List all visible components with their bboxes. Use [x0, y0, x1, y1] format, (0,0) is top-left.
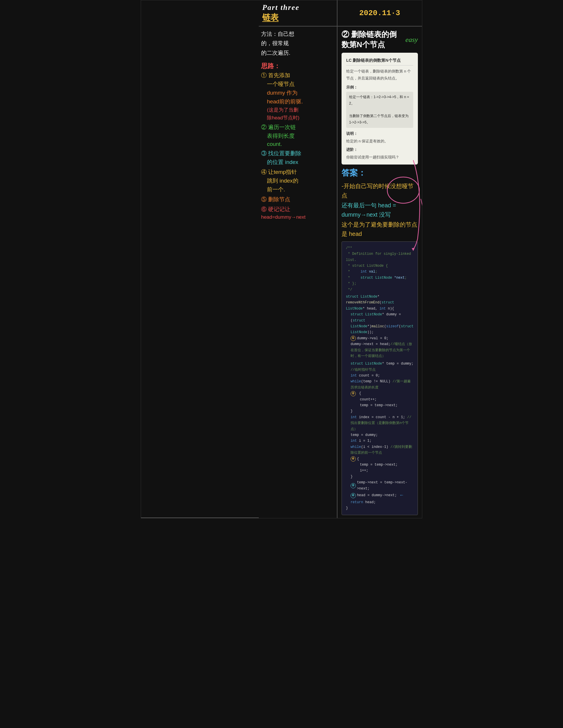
code-line-19: ⑥ head = dummy->next; ←: [346, 492, 414, 499]
lc-hint-label: 进阶：: [346, 146, 413, 153]
step-3: ③ 找位置要删除: [261, 150, 335, 157]
step-note2: 除head节点时): [261, 114, 335, 121]
method-text: 方法：自己想 的，很常规 的二次遍历.: [261, 29, 335, 58]
code-line-8: temp = temp->next;: [346, 402, 414, 408]
step-5: ⑤ 删除节点: [261, 196, 335, 203]
sidebar: 方法：自己想 的，很常规 的二次遍历. 思路： ① 首先添加 一个哑节点 dum…: [259, 26, 338, 518]
step-note1: (这是为了当删: [261, 107, 335, 113]
code-line-13: while(i < index-1) //跳转到要删除位置的前一个节点: [346, 444, 414, 456]
step-dummy2: head前的前驱.: [261, 98, 335, 105]
code-comment-3: * struct ListNode {: [346, 263, 414, 269]
step-2b: 表得到长度: [261, 132, 335, 140]
lc-example-label: 示例：: [346, 84, 413, 91]
answer-title: 答案：: [342, 167, 418, 179]
code-line-14: ④ {: [346, 456, 414, 462]
code-comment-4: * int val;: [346, 269, 414, 275]
code-line-2b: dummy->next = head;//哑结点（放在首位，保证当要删除的节点为…: [346, 341, 414, 359]
step-6b: head=dummy→next: [261, 214, 335, 220]
step-dummy1: dummy 作为: [261, 89, 335, 97]
header-row: [141, 0, 259, 518]
code-line-11: temp = dummy;: [346, 432, 414, 438]
step-6: ⑥ 硬记记让: [261, 206, 335, 213]
code-line-18: ⑤ temp->next = temp->next->next;: [346, 480, 414, 492]
code-line-15: temp = temp->next;: [346, 462, 414, 468]
step-4: ④ 让temp指针: [261, 168, 335, 176]
problem-title: ② 删除链表的倒数第N个节点 easy: [342, 29, 418, 50]
step-4c: 前一个.: [261, 186, 335, 193]
code-line-3: struct ListNode* temp = dummy; //临时指针节点: [346, 361, 414, 373]
code-line-12: int i = 1;: [346, 438, 414, 444]
lc-note: 给定的 n 保证是有效的。: [346, 138, 413, 144]
code-comment-1: /**: [346, 245, 414, 251]
code-line-5: while(temp != NULL) //第一趟遍历求出链表的长度: [346, 379, 414, 390]
code-line-20: return head;: [346, 499, 414, 505]
code-func-sig: struct ListNode* removeNthFromEnd(struct…: [346, 294, 414, 312]
lc-example-box: 给定一个链表：1->2->3->4->5，和 n = 2。 当删除了倒数第二个节…: [346, 92, 413, 128]
lc-desc: 给定一个链表，删除链表的倒数第 n 个节点，并且返回链表的头结点。: [346, 68, 413, 82]
code-comment-5: * struct ListNode *next;: [346, 275, 414, 281]
code-closing-brace: }: [346, 505, 414, 511]
code-box: /** * Definition for singly-linked list.…: [342, 241, 418, 515]
note-line-3: 这个是为了避免要删除的节点是 head: [342, 220, 418, 238]
code-anno-1: ① dummy->val = 0;: [346, 335, 414, 341]
step-3b: 的位置 index: [261, 158, 335, 166]
lc-hint: 你能尝试使用一趟扫描实现吗？: [346, 154, 413, 160]
code-line-1: struct ListNode* dummy = (struct ListNod…: [346, 312, 414, 335]
code-comment-6: * };: [346, 281, 414, 287]
title-en: Part three: [262, 3, 334, 12]
lc-note-label: 说明：: [346, 130, 413, 137]
note-line-2: 还有最后一句 head = dummy→next 没写: [342, 201, 418, 219]
steps-title: 思路：: [261, 62, 335, 70]
title-cn: 链表: [262, 12, 334, 23]
difficulty-badge: easy: [405, 36, 418, 44]
code-line-9: }: [346, 408, 414, 414]
code-line-17: }: [346, 474, 414, 480]
code-line-7: count++;: [346, 397, 414, 402]
lc-problem-box: LC 删除链表的倒数第N个节点 给定一个链表，删除链表的倒数第 n 个节点，并且…: [342, 53, 418, 165]
code-line-6: ② {: [346, 390, 414, 396]
code-line-16: i++;: [346, 468, 414, 473]
answer-notes: -开始自己写的时候没想哑节点 还有最后一句 head = dummy→next …: [342, 181, 418, 238]
problem-title-text: ② 删除链表的倒数第N个节点: [342, 29, 402, 50]
step-2c: count.: [261, 141, 335, 147]
code-line-10: int index = count - n + 1; //找出要删除位置（是删除…: [346, 414, 414, 432]
step-2: ② 遍历一次链: [261, 123, 335, 131]
note-line-1: -开始自己写的时候没想哑节点: [342, 181, 418, 200]
sidebar-header: Part three 链表: [259, 0, 338, 26]
code-line-4: int count = 0;: [346, 373, 414, 379]
code-comment-7: */: [346, 287, 414, 293]
code-comment-2: * Definition for singly-linked list.: [346, 251, 414, 263]
date-label: 2020.11·3: [359, 9, 400, 17]
step-4b: 跳到 index的: [261, 177, 335, 185]
main-content: ② 删除链表的倒数第N个节点 easy LC 删除链表的倒数第N个节点 给定一个…: [338, 26, 422, 518]
step-1: ① 首先添加: [261, 72, 335, 79]
lc-box-title: LC 删除链表的倒数第N个节点: [346, 57, 413, 66]
header-date-area: 2020.11·3: [338, 0, 422, 26]
step-1b: 一个哑节点: [261, 80, 335, 88]
page-container: Part three 链表 2020.11·3 方法：自己想 的，很常规 的二次…: [141, 0, 422, 518]
